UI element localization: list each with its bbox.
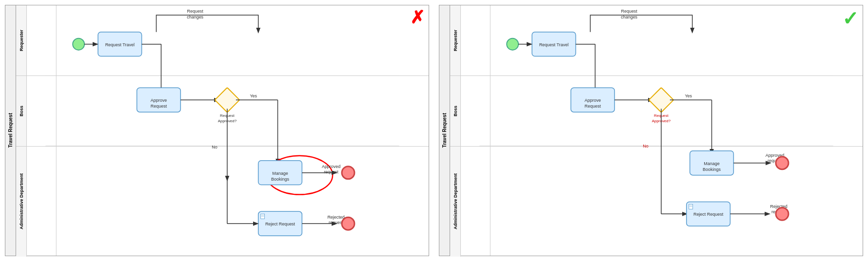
lane-boss-1: Boss — [16, 76, 429, 147]
lane-requester-2: Requester — [450, 5, 863, 76]
lane-content-admin-2 — [461, 147, 863, 257]
lane-label-admin-2: Administrative Department — [450, 147, 461, 257]
lane-requester-1: Requester — [16, 5, 429, 76]
lane-admin-1: Administrative Department — [16, 147, 429, 257]
lane-admin-2: Administrative Department — [450, 147, 863, 257]
diagram-1: ✗ Travel Request Requester Boss Administ… — [5, 5, 429, 256]
lane-label-boss-2: Boss — [450, 76, 461, 146]
lane-label-boss-1: Boss — [16, 76, 27, 146]
lane-label-requester-2: Requester — [450, 5, 461, 75]
diagram-2: ✓ Travel Request Requester Boss Administ… — [439, 5, 863, 256]
lane-content-requester-1 — [27, 5, 429, 75]
lane-content-boss-1 — [27, 76, 429, 146]
diagram-title-2: Travel Request — [439, 5, 450, 256]
lane-label-requester-1: Requester — [16, 5, 27, 75]
lane-label-admin-1: Administrative Department — [16, 147, 27, 257]
lane-content-requester-2 — [461, 5, 863, 75]
swim-lanes-2: Requester Boss Administrative Department — [450, 5, 863, 256]
diagram-title-1: Travel Request — [5, 5, 16, 256]
swim-lanes-1: Requester Boss Administrative Department — [16, 5, 429, 256]
lane-content-boss-2 — [461, 76, 863, 146]
lane-content-admin-1 — [27, 147, 429, 257]
lane-boss-2: Boss — [450, 76, 863, 147]
